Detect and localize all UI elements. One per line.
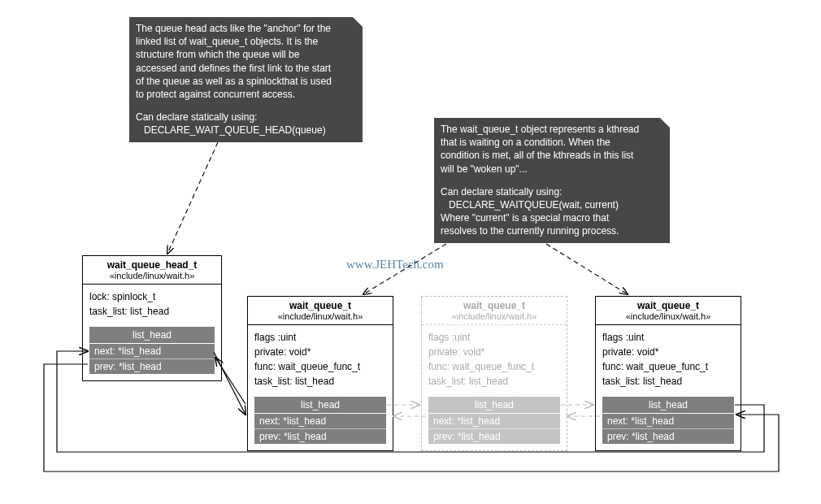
class-wait-queue-t-2-faded: wait_queue_t «include/linux/wait.h» flag…: [421, 296, 567, 451]
note-line: that is waiting on a condition. When the: [441, 136, 663, 149]
list-head-next: next: *list_head: [428, 414, 560, 428]
note-arrow-entry3: [546, 244, 628, 294]
note-line: DECLARE_WAITQUEUE(wait, current): [441, 198, 663, 211]
note-line: condition is met, all of the kthreads in…: [441, 149, 663, 162]
class-include: «include/linux/wait.h»: [422, 311, 567, 325]
note-line: Where "current" is a special macro that: [441, 211, 663, 224]
inner-list-head: list_head next: *list_head prev: *list_h…: [602, 397, 734, 444]
inner-list-head: list_head next: *list_head prev: *list_h…: [89, 327, 215, 374]
note-line: of the queue as well as a spinlockthat i…: [136, 75, 356, 88]
class-wait-queue-head-t: wait_queue_head_t «include/linux/wait.h»…: [82, 255, 222, 381]
attr: private: void*: [428, 345, 560, 359]
class-title: wait_queue_t: [248, 297, 393, 311]
attr: task_list: list_head: [602, 374, 734, 389]
note-line: Can declare statically using:: [441, 185, 663, 198]
class-attrs: lock: spinlock_t task_list: list_head: [83, 285, 221, 324]
list-head-next: next: *list_head: [89, 344, 215, 358]
list-head-prev: prev: *list_head: [602, 428, 734, 444]
list-head-title: list_head: [254, 397, 386, 414]
note-wait-queue-t: The wait_queue_t object represents a kth…: [434, 118, 670, 243]
note-line: resolves to the currently running proces…: [441, 224, 663, 237]
list-head-next: next: *list_head: [254, 414, 386, 428]
note-line: structure from which the queue will be: [136, 48, 356, 61]
attr: lock: spinlock_t: [89, 289, 215, 304]
note-line: The wait_queue_t object represents a kth…: [441, 123, 663, 136]
class-wait-queue-t-1: wait_queue_t «include/linux/wait.h» flag…: [247, 296, 393, 451]
attr: task_list: list_head: [428, 374, 560, 389]
attr: flags :uint: [602, 330, 734, 345]
list-head-title: list_head: [89, 327, 215, 344]
attr: private: void*: [602, 345, 734, 359]
inner-list-head: list_head next: *list_head prev: *list_h…: [428, 397, 560, 444]
class-title: wait_queue_t: [596, 297, 741, 311]
class-title: wait_queue_head_t: [83, 256, 221, 271]
list-head-prev: prev: *list_head: [254, 428, 386, 444]
list-head-title: list_head: [602, 397, 734, 414]
list-head-prev: prev: *list_head: [89, 358, 215, 374]
class-attrs: flags :uint private: void* func: wait_qu…: [596, 325, 741, 393]
diagram-canvas: The queue head acts like the "anchor" fo…: [0, 0, 821, 504]
watermark: www.JEHTech.com: [346, 258, 444, 272]
attr: func: wait_queue_func_t: [428, 359, 560, 374]
list-head-title: list_head: [428, 397, 560, 414]
note-queue-head: The queue head acts like the "anchor" fo…: [129, 17, 363, 142]
inner-list-head: list_head next: *list_head prev: *list_h…: [254, 397, 386, 444]
class-attrs: flags :uint private: void* func: wait_qu…: [422, 325, 567, 393]
note-line: Can declare statically using:: [136, 111, 356, 124]
note-arrow-head: [167, 142, 218, 254]
note-line: will be "woken up"...: [441, 163, 663, 176]
attr: func: wait_queue_func_t: [602, 359, 734, 374]
note-line: DECLARE_WAIT_QUEUE_HEAD(queue): [136, 124, 356, 137]
class-attrs: flags :uint private: void* func: wait_qu…: [248, 325, 393, 393]
class-title: wait_queue_t: [422, 297, 567, 311]
note-line: to protect against concurrent access.: [136, 88, 356, 101]
note-line: The queue head acts like the "anchor" fo…: [136, 22, 356, 35]
attr: flags :uint: [254, 330, 386, 345]
attr: task_list: list_head: [254, 374, 386, 389]
class-include: «include/linux/wait.h»: [83, 271, 221, 285]
attr: private: void*: [254, 345, 386, 359]
class-include: «include/linux/wait.h»: [248, 311, 393, 325]
list-head-prev: prev: *list_head: [428, 428, 560, 444]
class-wait-queue-t-3: wait_queue_t «include/linux/wait.h» flag…: [595, 296, 741, 451]
attr: func: wait_queue_func_t: [254, 359, 386, 374]
attr: task_list: list_head: [89, 304, 215, 319]
attr: flags :uint: [428, 330, 560, 345]
note-line: accessed and defines the first link to t…: [136, 62, 356, 75]
class-include: «include/linux/wait.h»: [596, 311, 741, 325]
list-head-next: next: *list_head: [602, 414, 734, 428]
note-line: linked list of wait_queue_t objects. It …: [136, 35, 356, 48]
